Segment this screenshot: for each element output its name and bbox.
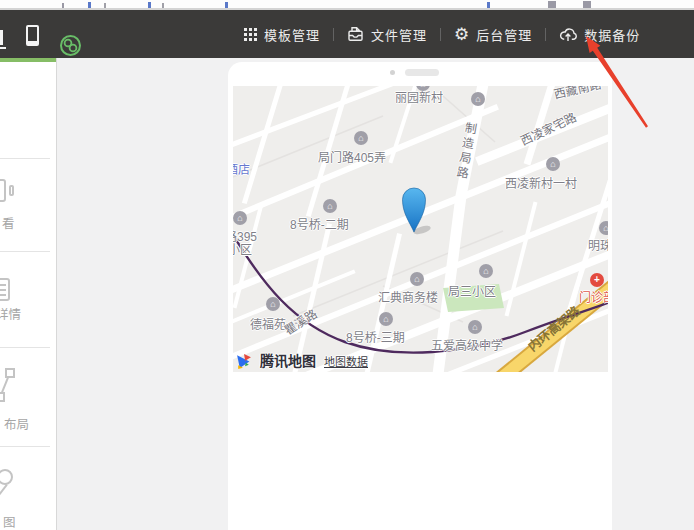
gear-icon: ⚙	[454, 26, 469, 43]
map-marker-pin[interactable]	[399, 186, 433, 238]
sidebar-item-detail[interactable]: 详情	[0, 251, 57, 341]
map-widget[interactable]: ⌂丽园新村⌂西藏南路酒店⌂局门路405弄⌂8号桥-二期⌂路395小区制造局路西凌…	[233, 86, 608, 372]
tencent-maps-logo-icon[interactable]	[235, 353, 252, 370]
nav-label: 后台管理	[476, 25, 532, 44]
grid-icon	[244, 28, 257, 41]
map-poi: ⌂汇典商务楼	[378, 288, 438, 306]
cloud-upload-icon	[559, 27, 577, 42]
place-poi-icon: ⌂	[233, 211, 247, 225]
map-brand[interactable]: 腾讯地图	[260, 350, 316, 370]
map-poi: ⌂丽园新村	[395, 88, 443, 106]
place-poi-icon: ⌂	[479, 264, 493, 278]
map-poi: ⌂五爱高级中学	[431, 336, 503, 354]
place-poi-icon: ⌂	[266, 297, 280, 311]
file-icon	[347, 26, 364, 42]
map-attribution: 腾讯地图 地图数据	[235, 350, 368, 370]
map-data-link[interactable]: 地图数据	[324, 353, 368, 369]
monitor-icon[interactable]	[0, 30, 3, 45]
sidebar-item-label: 图	[3, 512, 16, 530]
place-poi-icon: ⌂	[379, 312, 393, 326]
map-poi: ⌂8号桥-二期	[290, 215, 349, 233]
browser-remnant-strip	[0, 0, 694, 10]
screen: 模板管理 文件管理 ⚙ 后台管理	[0, 0, 694, 530]
nav-file-management[interactable]: 文件管理	[334, 10, 440, 58]
place-poi-icon: ⌂	[471, 92, 485, 106]
sidebar-item-layout[interactable]: 布局	[0, 347, 57, 437]
phone-camera-dot	[390, 70, 395, 75]
sidebar-item-view[interactable]: 看	[0, 158, 57, 248]
mobile-preview-icon[interactable]	[26, 25, 39, 46]
sidebar-active-strip	[0, 58, 57, 62]
editor-canvas: ⌂丽园新村⌂西藏南路酒店⌂局门路405弄⌂8号桥-二期⌂路395小区制造局路西凌…	[58, 58, 694, 530]
monitor-icon-base	[0, 47, 6, 49]
place-poi-icon: ⌂	[410, 272, 424, 286]
sidebar-item-label: 看	[2, 213, 15, 232]
place-poi-icon: ⌂	[354, 131, 368, 145]
map-poi: +门诊部	[579, 288, 608, 306]
sidebar-item-label: 布局	[4, 414, 29, 433]
phone-speaker-pill	[405, 69, 439, 76]
main-area: 看 详情 布局 图	[0, 58, 694, 530]
hospital-poi-icon: +	[590, 273, 604, 287]
sidebar-item-map[interactable]: 图	[0, 446, 57, 530]
nav-template-management[interactable]: 模板管理	[231, 10, 333, 58]
nav-label: 数据备份	[584, 25, 640, 44]
place-poi-icon: ⌂	[599, 221, 608, 235]
top-toolbar: 模板管理 文件管理 ⚙ 后台管理	[0, 10, 694, 58]
map-poi: ⌂局三小区	[448, 282, 496, 300]
map-pin-icon	[0, 469, 13, 485]
phone-preview: ⌂丽园新村⌂西藏南路酒店⌂局门路405弄⌂8号桥-二期⌂路395小区制造局路西凌…	[228, 62, 612, 530]
place-poi-icon: ⌂	[323, 199, 337, 213]
nav-data-backup[interactable]: 数据备份	[546, 10, 653, 58]
mobile-icon-detail	[28, 41, 37, 44]
map-poi: ⌂局门路405弄	[318, 148, 386, 166]
map-poi: 小区	[233, 240, 252, 258]
map-poi: ⌂8号桥-三期	[346, 328, 405, 346]
panel-icon-knob	[9, 185, 14, 196]
nav-label: 文件管理	[371, 25, 427, 44]
map-poi: ⌂西凌新村一村	[505, 174, 577, 192]
toolbar-nav: 模板管理 文件管理 ⚙ 后台管理	[231, 10, 653, 58]
place-poi-icon: ⌂	[546, 157, 560, 171]
link-icon[interactable]	[60, 35, 81, 56]
panel-icon	[0, 179, 6, 202]
map-poi: ⌂明珠	[588, 236, 608, 254]
map-poi: 酒店	[233, 160, 250, 178]
nav-label: 模板管理	[264, 25, 320, 44]
place-poi-icon: ⌂	[468, 320, 482, 334]
sidebar-item-label: 详情	[0, 304, 21, 323]
nav-backend-management[interactable]: ⚙ 后台管理	[441, 10, 545, 58]
sidebar: 看 详情 布局 图	[0, 58, 57, 530]
chain-link-icon	[62, 37, 79, 54]
